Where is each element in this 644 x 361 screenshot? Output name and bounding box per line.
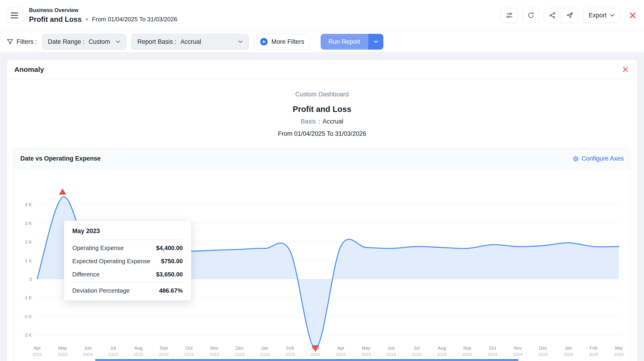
- basis-separator: :: [318, 118, 320, 125]
- top-header: Business Overview Profit and Loss From 0…: [0, 0, 644, 31]
- x-axis-year-label: 2023: [159, 352, 168, 356]
- date-range-label: Date Range :: [48, 38, 84, 46]
- filters-label-group: Filters :: [7, 38, 37, 46]
- dashboard-label: Custom Dashboard: [7, 91, 637, 98]
- x-axis-year-label: 2024: [538, 352, 548, 356]
- tooltip-row: Operating Expense$4,400.00: [72, 241, 183, 254]
- x-axis-year-label: 2024: [488, 352, 498, 356]
- y-axis-label: 0: [30, 277, 32, 282]
- x-axis-year-label: 2023: [210, 352, 219, 356]
- hamburger-menu-button[interactable]: [7, 8, 22, 24]
- page-body: Anomaly Custom Dashboard Profit and Loss…: [0, 53, 644, 361]
- tooltip-row: Difference$3,650.00: [72, 268, 183, 281]
- chart-card-header: Date vs Operating Expense Configure Axes: [14, 148, 630, 169]
- dot-separator: [86, 18, 88, 21]
- chart-plot-area: 4 K3 K2 K1 K0-1 K-2 K-3 KApr2023May2023J…: [14, 169, 630, 361]
- horizontal-scrollbar-thumb[interactable]: [95, 359, 518, 361]
- x-axis-month-label: Mar: [615, 345, 623, 350]
- report-basis-filter-dropdown[interactable]: Report Basis : Accrual: [131, 34, 249, 50]
- x-axis-month-label: Jan: [564, 345, 572, 350]
- x-axis-year-label: 2024: [361, 352, 371, 356]
- tooltip-rows: Operating Expense$4,400.00Expected Opera…: [64, 240, 191, 282]
- tooltip-row-label: Difference: [72, 271, 100, 278]
- export-label: Export: [589, 12, 607, 19]
- configure-axes-link[interactable]: Configure Axes: [572, 155, 624, 162]
- x-axis-year-label: 2024: [462, 352, 472, 356]
- tooltip-row-value: $3,650.00: [156, 271, 183, 278]
- funnel-icon: [7, 39, 14, 45]
- share-button[interactable]: [544, 8, 561, 23]
- x-axis-month-label: May: [362, 345, 370, 350]
- tooltip-row-label: Deviation Percentage: [72, 287, 130, 294]
- x-axis-year-label: 2023: [83, 352, 93, 356]
- chevron-down-icon: [238, 40, 243, 43]
- run-report-button[interactable]: Run Report: [320, 34, 368, 50]
- y-axis-label: 2 K: [25, 239, 32, 244]
- share-send-group: [544, 8, 578, 23]
- tooltip-row-label: Operating Expense: [72, 245, 124, 251]
- x-axis-month-label: Oct: [489, 345, 496, 350]
- x-axis-month-label: May: [58, 345, 67, 350]
- header-titles: Business Overview Profit and Loss From 0…: [29, 7, 177, 24]
- x-axis-month-label: Jul: [110, 345, 116, 350]
- x-axis-year-label: 2023: [134, 352, 143, 356]
- x-axis-month-label: Apr: [34, 345, 41, 350]
- report-basis-line: Basis : Accrual: [7, 118, 637, 125]
- breadcrumb: Business Overview: [29, 7, 177, 14]
- x-axis-year-label: 2023: [32, 352, 42, 356]
- report-heading-block: Custom Dashboard Profit and Loss Basis :…: [7, 79, 637, 137]
- filter-bar: Filters : Date Range : Custom Report Bas…: [0, 31, 644, 53]
- send-button[interactable]: [561, 8, 578, 23]
- x-axis-year-label: 2024: [412, 352, 422, 356]
- x-axis-year-label: 2025: [564, 352, 573, 356]
- x-axis-month-label: Feb: [286, 345, 294, 350]
- anomaly-panel-header: Anomaly: [7, 60, 637, 79]
- chart-title: Date vs Operating Expense: [20, 155, 101, 162]
- x-axis-month-label: Jul: [414, 345, 420, 350]
- x-axis-month-label: Feb: [590, 345, 598, 350]
- chevron-down-icon: [610, 14, 614, 17]
- x-axis-year-label: 2023: [184, 352, 194, 356]
- refresh-history-button[interactable]: [522, 8, 540, 23]
- y-axis-label: -3 K: [24, 332, 32, 337]
- x-axis-month-label: Aug: [438, 345, 446, 350]
- configure-axes-label: Configure Axes: [582, 155, 624, 162]
- page-close-button[interactable]: [628, 11, 637, 20]
- customize-button[interactable]: [501, 8, 518, 23]
- x-axis-month-label: Jun: [84, 345, 92, 350]
- more-filters-button[interactable]: More Filters: [254, 34, 311, 50]
- x-axis-month-label: Aug: [134, 345, 142, 350]
- x-axis-year-label: 2023: [235, 352, 244, 356]
- tooltip-row-value: $4,400.00: [156, 245, 183, 251]
- report-basis-label: Report Basis :: [137, 38, 176, 46]
- basis-label: Basis: [301, 118, 316, 125]
- app-window: Business Overview Profit and Loss From 0…: [0, 0, 644, 361]
- basis-value: Accrual: [323, 118, 343, 125]
- export-button[interactable]: Export: [583, 8, 620, 23]
- report-title: Profit and Loss: [7, 105, 637, 114]
- x-axis-year-label: 2024: [437, 352, 447, 356]
- x-axis-month-label: Nov: [210, 345, 218, 350]
- run-report-split-button: Run Report: [320, 34, 383, 50]
- tooltip-row-label: Expected Operating Expense: [72, 258, 150, 265]
- x-axis-year-label: 2023: [108, 352, 118, 356]
- run-report-caret-button[interactable]: [368, 34, 383, 50]
- plus-circle-icon: [260, 38, 268, 46]
- x-axis-year-label: 2025: [589, 352, 599, 356]
- x-axis-year-label: 2024: [513, 352, 523, 356]
- x-axis-month-label: Sep: [463, 345, 471, 350]
- x-axis-year-label: 2023: [58, 352, 67, 356]
- x-axis-year-label: 2024: [286, 352, 295, 356]
- anomaly-marker-up[interactable]: [59, 188, 66, 195]
- chevron-down-icon: [116, 40, 120, 43]
- x-axis-month-label: Apr: [337, 345, 344, 350]
- share-icon: [549, 12, 556, 19]
- chart-tooltip: May 2023 Operating Expense$4,400.00Expec…: [64, 221, 192, 300]
- anomaly-close-button[interactable]: [621, 65, 630, 74]
- sliders-icon: [506, 12, 513, 19]
- tooltip-row-value: 486.67%: [159, 287, 183, 294]
- x-axis-month-label: Sep: [160, 345, 168, 350]
- date-range-filter-dropdown[interactable]: Date Range : Custom: [42, 34, 126, 50]
- chart-card: Date vs Operating Expense Configure Axes…: [14, 148, 630, 361]
- anomaly-panel: Anomaly Custom Dashboard Profit and Loss…: [7, 60, 638, 361]
